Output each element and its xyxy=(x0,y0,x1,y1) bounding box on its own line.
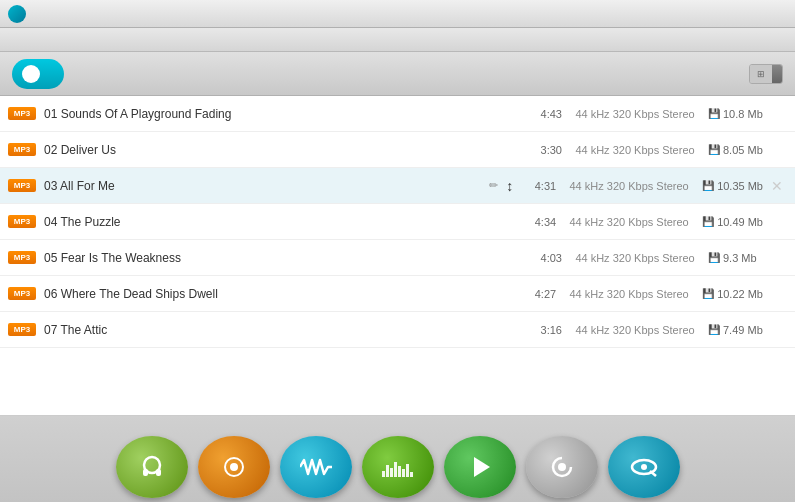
hdd-icon: 💾 xyxy=(708,108,720,119)
app-logo xyxy=(8,5,26,23)
plus-icon xyxy=(22,65,40,83)
track-row[interactable]: MP3 06 Where The Dead Ships Dwell 4:27 4… xyxy=(0,276,795,312)
track-row[interactable]: MP3 02 Deliver Us 3:30 44 kHz 320 Kbps S… xyxy=(0,132,795,168)
track-duration: 4:03 xyxy=(527,252,562,264)
track-duration: 4:34 xyxy=(521,216,556,228)
format-badge: MP3 xyxy=(8,179,36,192)
convert-ogg-wrap: to OGG xyxy=(608,436,680,502)
format-badge: MP3 xyxy=(8,251,36,264)
track-info: 44 kHz 320 Kbps Stereo xyxy=(570,252,700,264)
convert-buttons-row: to MP3to WMAto WAVto FLACto AACto M4Ato … xyxy=(116,436,680,502)
hdd-icon: 💾 xyxy=(708,144,720,155)
convert-flac-button[interactable] xyxy=(362,436,434,498)
track-info: 44 kHz 320 Kbps Stereo xyxy=(570,324,700,336)
track-duration: 4:43 xyxy=(527,108,562,120)
track-size: 💾 10.8 Mb xyxy=(708,108,763,120)
convert-aac-button[interactable] xyxy=(444,436,516,498)
title-bar-left xyxy=(8,5,32,23)
track-row[interactable]: MP3 05 Fear Is The Weakness 4:03 44 kHz … xyxy=(0,240,795,276)
format-badge: MP3 xyxy=(8,107,36,120)
track-name: 05 Fear Is The Weakness xyxy=(44,251,519,265)
menu-edit[interactable] xyxy=(32,38,40,42)
format-badge: MP3 xyxy=(8,287,36,300)
add-audio-button[interactable] xyxy=(12,59,64,89)
track-size: 💾 8.05 Mb xyxy=(708,144,763,156)
svg-rect-12 xyxy=(410,472,413,477)
track-name: 03 All For Me xyxy=(44,179,481,193)
track-list: MP3 01 Sounds Of A Playground Fading 4:4… xyxy=(0,96,795,416)
track-duration: 3:16 xyxy=(527,324,562,336)
track-name: 04 The Puzzle xyxy=(44,215,513,229)
menu-file[interactable] xyxy=(8,38,16,42)
window-controls xyxy=(731,6,787,22)
edit-icon[interactable]: ✏ xyxy=(489,179,498,192)
format-badge: MP3 xyxy=(8,215,36,228)
track-row[interactable]: MP3 01 Sounds Of A Playground Fading 4:4… xyxy=(0,96,795,132)
convert-area: to MP3to WMAto WAVto FLACto AACto M4Ato … xyxy=(0,416,795,502)
track-info: 44 kHz 320 Kbps Stereo xyxy=(564,180,694,192)
track-name: 06 Where The Dead Ships Dwell xyxy=(44,287,513,301)
track-row[interactable]: MP3 03 All For Me ✏↕ 4:31 44 kHz 320 Kbp… xyxy=(0,168,795,204)
join-files-control: ⊞ xyxy=(741,64,783,84)
track-name: 01 Sounds Of A Playground Fading xyxy=(44,107,519,121)
svg-rect-1 xyxy=(143,469,148,476)
minimize-button[interactable] xyxy=(731,6,747,22)
restore-button[interactable] xyxy=(751,6,767,22)
convert-m4a-wrap: to M4A xyxy=(526,436,598,502)
hdd-icon: 💾 xyxy=(708,324,720,335)
track-info: 44 kHz 320 Kbps Stereo xyxy=(570,144,700,156)
svg-rect-7 xyxy=(390,468,393,477)
track-name: 02 Deliver Us xyxy=(44,143,519,157)
svg-marker-13 xyxy=(474,457,490,477)
menu-convert[interactable] xyxy=(56,38,64,42)
track-name: 07 The Attic xyxy=(44,323,519,337)
track-size: 💾 10.49 Mb xyxy=(702,216,763,228)
track-duration: 4:31 xyxy=(521,180,556,192)
convert-ogg-button[interactable] xyxy=(608,436,680,498)
svg-rect-2 xyxy=(156,469,161,476)
format-badge: MP3 xyxy=(8,323,36,336)
convert-wma-wrap: to WMA xyxy=(198,436,270,502)
track-size: 💾 10.35 Mb xyxy=(702,180,763,192)
convert-wav-wrap: to WAV xyxy=(280,436,352,502)
convert-mp3-wrap: to MP3 xyxy=(116,436,188,502)
delete-icon[interactable]: ✕ xyxy=(771,178,787,194)
convert-wav-button[interactable] xyxy=(280,436,352,498)
hdd-icon: 💾 xyxy=(708,252,720,263)
format-badge: MP3 xyxy=(8,143,36,156)
convert-flac-wrap: to FLAC xyxy=(362,436,434,502)
hdd-icon: 💾 xyxy=(702,288,714,299)
convert-wma-button[interactable] xyxy=(198,436,270,498)
track-info: 44 kHz 320 Kbps Stereo xyxy=(570,108,700,120)
menu-bar xyxy=(0,28,795,52)
svg-rect-11 xyxy=(406,464,409,477)
convert-aac-wrap: to AAC xyxy=(444,436,516,502)
track-row[interactable]: MP3 07 The Attic 3:16 44 kHz 320 Kbps St… xyxy=(0,312,795,348)
track-size: 💾 10.22 Mb xyxy=(702,288,763,300)
join-toggle[interactable]: ⊞ xyxy=(749,64,783,84)
convert-m4a-button[interactable] xyxy=(526,436,598,498)
svg-rect-5 xyxy=(382,471,385,477)
svg-rect-8 xyxy=(394,462,397,477)
toggle-grid-icon: ⊞ xyxy=(750,65,772,83)
svg-rect-9 xyxy=(398,466,401,477)
title-bar xyxy=(0,0,795,28)
track-info: 44 kHz 320 Kbps Stereo xyxy=(564,288,694,300)
track-size: 💾 7.49 Mb xyxy=(708,324,763,336)
hdd-icon: 💾 xyxy=(702,216,714,227)
track-info: 44 kHz 320 Kbps Stereo xyxy=(564,216,694,228)
track-row[interactable]: MP3 04 The Puzzle 4:34 44 kHz 320 Kbps S… xyxy=(0,204,795,240)
menu-help[interactable] xyxy=(80,38,88,42)
convert-mp3-button[interactable] xyxy=(116,436,188,498)
svg-point-16 xyxy=(641,464,647,470)
svg-point-14 xyxy=(558,463,566,471)
close-button[interactable] xyxy=(771,6,787,22)
svg-rect-6 xyxy=(386,465,389,477)
hdd-icon: 💾 xyxy=(702,180,714,191)
track-size: 💾 9.3 Mb xyxy=(708,252,763,264)
track-duration: 3:30 xyxy=(527,144,562,156)
svg-point-4 xyxy=(230,463,238,471)
svg-rect-10 xyxy=(402,469,405,477)
cursor: ↕ xyxy=(506,178,513,194)
toolbar: ⊞ xyxy=(0,52,795,96)
